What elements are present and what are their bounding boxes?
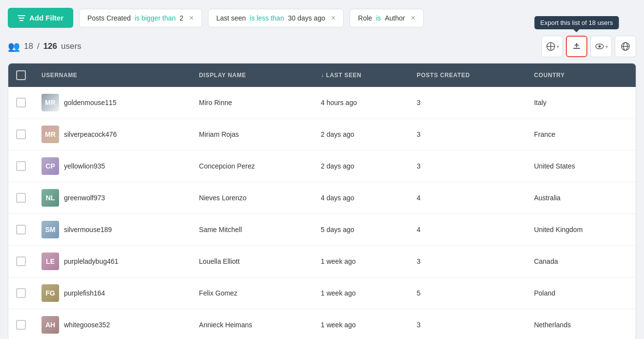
row-country: Netherlands (526, 309, 636, 339)
filter-lastseen-label: Last seen (216, 14, 246, 22)
svg-rect-6 (573, 48, 580, 49)
col-country: COUNTRY (526, 64, 636, 87)
username: greenwolf973 (64, 194, 105, 202)
row-username-cell: SM silvermouse189 (34, 214, 191, 246)
row-checkbox-cell (8, 150, 34, 182)
visibility-dropdown-arrow: ▾ (605, 44, 608, 49)
users-label: users (61, 42, 82, 51)
svg-point-9 (598, 45, 601, 48)
users-table-container: USERNAME DISPLAY NAME ↓LAST SEEN POSTS C… (8, 63, 636, 339)
row-last-seen: 4 hours ago (313, 87, 409, 119)
table-header: USERNAME DISPLAY NAME ↓LAST SEEN POSTS C… (8, 64, 636, 87)
row-username-cell: MR silverpeacock476 (34, 119, 191, 150)
row-posts-created: 4 (409, 214, 526, 246)
row-username-cell: MR goldenmouse115 (34, 87, 191, 119)
avatar: LE (42, 253, 59, 270)
row-checkbox-cell (8, 309, 34, 339)
username: yellowlion935 (64, 162, 105, 170)
stats-row: 👥 18 / 126 users ▾ Export this list of 1… (8, 36, 636, 57)
row-display-name: Miriam Rojas (191, 119, 313, 150)
row-last-seen: 4 days ago (313, 182, 409, 214)
avatar: FG (42, 284, 59, 302)
table-row: NL greenwolf973 Nieves Lorenzo 4 days ag… (8, 182, 636, 214)
filter-role-remove[interactable]: × (411, 14, 415, 22)
row-checkbox[interactable] (16, 98, 26, 107)
export-icon (572, 42, 582, 51)
row-checkbox[interactable] (16, 129, 26, 139)
row-checkbox-cell (8, 119, 34, 150)
row-last-seen: 2 days ago (313, 150, 409, 182)
row-posts-created: 3 (409, 246, 526, 277)
avatar: MR (42, 94, 59, 111)
row-username-cell: FG purplefish164 (34, 277, 191, 309)
eye-icon (595, 42, 604, 51)
row-display-name: Nieves Lorenzo (191, 182, 313, 214)
row-checkbox[interactable] (16, 256, 26, 266)
sort-arrow-icon: ↓ (321, 72, 324, 79)
columns-icon (546, 42, 556, 51)
row-username-cell: AH whitegoose352 (34, 309, 191, 339)
row-checkbox-cell (8, 214, 34, 246)
row-checkbox[interactable] (16, 193, 26, 203)
export-button[interactable]: Export this list of 18 users (566, 36, 587, 57)
users-count: 👥 18 / 126 users (8, 41, 82, 52)
row-last-seen: 1 week ago (313, 246, 409, 277)
col-posts-created: POSTS CREATED (409, 64, 526, 87)
filter-posts-value: 2 (180, 14, 184, 22)
table-row: FG purplefish164 Felix Gomez 1 week ago … (8, 277, 636, 309)
table-row: MR goldenmouse115 Miro Rinne 4 hours ago… (8, 87, 636, 119)
table-body: MR goldenmouse115 Miro Rinne 4 hours ago… (8, 87, 636, 339)
row-username-cell: LE purpleladybug461 (34, 246, 191, 277)
table-row: MR silverpeacock476 Miriam Rojas 2 days … (8, 119, 636, 150)
row-display-name: Concepcion Perez (191, 150, 313, 182)
row-posts-created: 3 (409, 150, 526, 182)
row-country: Italy (526, 87, 636, 119)
row-display-name: Annieck Heimans (191, 309, 313, 339)
row-posts-created: 3 (409, 87, 526, 119)
col-last-seen[interactable]: ↓LAST SEEN (313, 64, 409, 87)
username: purpleladybug461 (64, 257, 118, 265)
filter-posts-label: Posts Created (87, 14, 131, 22)
table-row: SM silvermouse189 Same Mitchell 5 days a… (8, 214, 636, 246)
svg-rect-2 (20, 20, 23, 21)
row-username-cell: NL greenwolf973 (34, 182, 191, 214)
globe-icon (621, 42, 630, 51)
svg-rect-1 (19, 18, 24, 19)
export-tooltip: Export this list of 18 users (535, 16, 619, 29)
col-display-name: DISPLAY NAME (191, 64, 313, 87)
row-checkbox[interactable] (16, 225, 26, 234)
row-last-seen: 1 week ago (313, 277, 409, 309)
username: whitegoose352 (64, 321, 110, 329)
filter-lastseen-remove[interactable]: × (331, 14, 335, 22)
row-posts-created: 5 (409, 277, 526, 309)
filter-role-value: Author (385, 14, 405, 22)
add-filter-button[interactable]: Add Filter (8, 8, 73, 28)
globe-button[interactable] (615, 36, 636, 57)
row-display-name: Same Mitchell (191, 214, 313, 246)
table-row: LE purpleladybug461 Louella Elliott 1 we… (8, 246, 636, 277)
filter-lastseen-op: is less than (250, 14, 284, 22)
avatar: CP (42, 157, 59, 175)
username: purplefish164 (64, 289, 105, 297)
columns-button[interactable]: ▾ (541, 36, 563, 57)
filter-posts-remove[interactable]: × (189, 14, 194, 22)
toolbar-right: ▾ Export this list of 18 users ▾ (541, 36, 636, 57)
row-checkbox[interactable] (16, 161, 26, 171)
row-display-name: Miro Rinne (191, 87, 313, 119)
row-checkbox-cell (8, 246, 34, 277)
select-all-checkbox[interactable] (16, 70, 26, 80)
row-checkbox-cell (8, 182, 34, 214)
visibility-button[interactable]: ▾ (590, 36, 612, 57)
avatar: NL (42, 189, 59, 207)
filter-chip-lastseen: Last seen is less than 30 days ago × (208, 9, 344, 27)
columns-dropdown-arrow: ▾ (557, 44, 559, 49)
row-posts-created: 4 (409, 182, 526, 214)
row-checkbox[interactable] (16, 288, 26, 298)
filter-lastseen-value: 30 days ago (288, 14, 325, 22)
row-checkbox[interactable] (16, 320, 26, 330)
row-posts-created: 3 (409, 309, 526, 339)
users-icon: 👥 (8, 41, 20, 52)
col-checkbox (8, 64, 34, 87)
row-country: United Kingdom (526, 214, 636, 246)
total-count: 126 (43, 42, 57, 51)
